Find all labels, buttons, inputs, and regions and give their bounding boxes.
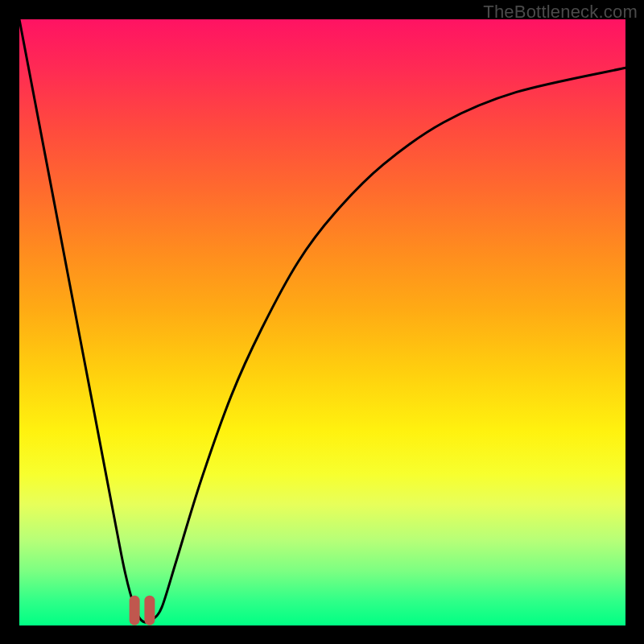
valley-markers: [134, 601, 150, 620]
plot-area: [19, 19, 625, 625]
chart-svg: [19, 19, 625, 625]
chart-frame: TheBottleneck.com: [0, 0, 644, 644]
bottleneck-curve: [19, 19, 625, 622]
